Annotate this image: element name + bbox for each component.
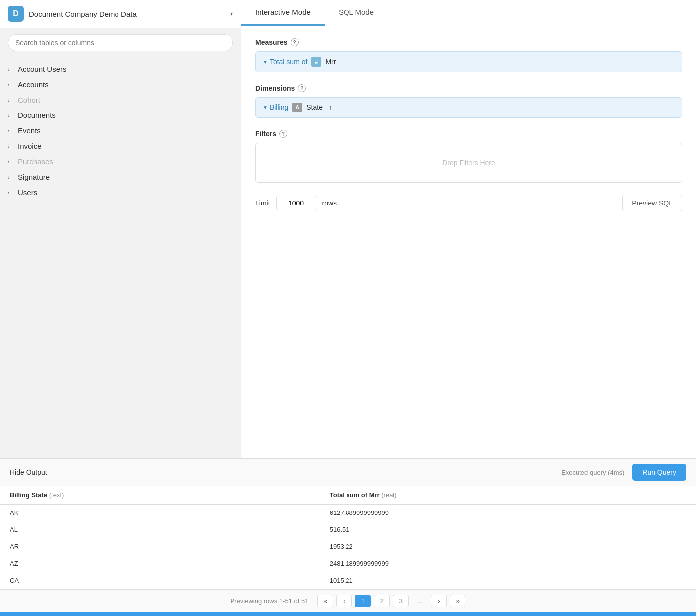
sidebar-item-label: Events xyxy=(18,126,41,135)
results-tbody: AK 6127.889999999999 AL 516.51 AR 1953.2… xyxy=(0,504,696,589)
dimensions-help-icon[interactable]: ? xyxy=(298,84,306,92)
table-row: AZ 2481.189999999999 xyxy=(0,555,696,572)
dimensions-pill-row: ▼ Billing A State ↑ xyxy=(255,97,682,118)
pagination-last-button[interactable]: » xyxy=(450,595,465,607)
chevron-right-icon: › xyxy=(8,97,14,103)
filters-help-icon[interactable]: ? xyxy=(279,130,287,138)
filters-section: Filters ? Drop Filters Here xyxy=(255,130,682,183)
sidebar-header: D Document Company Demo Data ▾ xyxy=(0,0,241,28)
sidebar-item-label: Invoice xyxy=(18,142,42,150)
sidebar-dropdown-arrow-icon[interactable]: ▾ xyxy=(230,10,233,17)
hide-output-button[interactable]: Hide Output xyxy=(10,468,47,476)
col-total-sum-mrr: Total sum of Mrr (real) xyxy=(320,486,696,504)
dimensions-field-value: State xyxy=(306,103,323,111)
table-row: AL 516.51 xyxy=(0,521,696,538)
sidebar-item-invoice[interactable]: › Invoice xyxy=(0,138,241,154)
search-input[interactable] xyxy=(8,34,233,51)
table-row: AR 1953.22 xyxy=(0,538,696,555)
dimensions-sort-icon[interactable]: ↑ xyxy=(329,103,332,111)
results-table-wrapper: Billing State (text) Total sum of Mrr (r… xyxy=(0,486,696,589)
pagination-next-button[interactable]: › xyxy=(431,595,447,607)
measures-dropdown[interactable]: ▼ Total sum of xyxy=(263,58,307,66)
dimensions-dropdown-label: Billing xyxy=(270,103,288,111)
cell-mrr: 1015.21 xyxy=(320,572,696,589)
pagination-prev-button[interactable]: ‹ xyxy=(336,595,352,607)
limit-label: Limit xyxy=(255,199,270,207)
pagination-bar: Previewing rows 1-51 of 51 « ‹ 1 2 3 ...… xyxy=(0,589,696,612)
sidebar-logo: D xyxy=(8,6,24,22)
col-billing-state: Billing State (text) xyxy=(0,486,320,504)
measures-field-value: Mrr xyxy=(325,58,336,66)
results-table: Billing State (text) Total sum of Mrr (r… xyxy=(0,486,696,589)
dimensions-dropdown-arrow-icon: ▼ xyxy=(263,105,268,110)
filters-placeholder: Drop Filters Here xyxy=(442,159,495,167)
tab-sql[interactable]: SQL Mode xyxy=(325,0,388,26)
sidebar-nav: › Account Users › Accounts › Cohort › Do… xyxy=(0,57,241,458)
sidebar-item-users[interactable]: › Users xyxy=(0,185,241,200)
query-builder: Measures ? ▼ Total sum of # Mrr xyxy=(241,26,696,458)
exec-info: Executed query (4ms) xyxy=(561,469,624,476)
run-query-button[interactable]: Run Query xyxy=(632,464,686,481)
sidebar-item-label: Documents xyxy=(18,111,56,119)
pagination-first-button[interactable]: « xyxy=(317,595,333,607)
chevron-right-icon: › xyxy=(8,82,14,88)
sidebar-item-cohort: › Cohort xyxy=(0,92,241,107)
cell-mrr: 516.51 xyxy=(320,521,696,538)
sidebar-item-documents[interactable]: › Documents xyxy=(0,107,241,123)
cell-state: CA xyxy=(0,572,320,589)
pagination-page-2-button[interactable]: 2 xyxy=(374,595,390,607)
pagination-page-3-button[interactable]: 3 xyxy=(393,595,409,607)
sidebar-item-accounts[interactable]: › Accounts xyxy=(0,77,241,92)
measures-label: Measures ? xyxy=(255,38,682,46)
measures-pill-row: ▼ Total sum of # Mrr xyxy=(255,51,682,72)
measures-section: Measures ? ▼ Total sum of # Mrr xyxy=(255,38,682,72)
table-row: CA 1015.21 xyxy=(0,572,696,589)
sidebar-item-signature[interactable]: › Signature xyxy=(0,169,241,185)
cell-mrr: 1953.22 xyxy=(320,538,696,555)
pagination-ellipsis: ... xyxy=(412,595,428,607)
measures-dropdown-arrow-icon: ▼ xyxy=(263,59,268,65)
main-area: D Document Company Demo Data ▾ › Account… xyxy=(0,0,696,458)
chevron-right-icon: › xyxy=(8,143,14,149)
chevron-right-icon: › xyxy=(8,190,14,196)
sidebar: D Document Company Demo Data ▾ › Account… xyxy=(0,0,241,458)
dimensions-label: Dimensions ? xyxy=(255,84,682,92)
limit-input[interactable] xyxy=(276,196,316,210)
limit-row: Limit rows Preview SQL xyxy=(255,195,682,211)
preview-sql-button[interactable]: Preview SQL xyxy=(622,195,682,211)
sidebar-title: Document Company Demo Data xyxy=(29,10,225,18)
sidebar-item-purchases: › Purchases xyxy=(0,154,241,169)
pagination-page-1-button[interactable]: 1 xyxy=(355,595,371,607)
chevron-right-icon: › xyxy=(8,66,14,72)
search-container xyxy=(0,28,241,57)
measures-help-icon[interactable]: ? xyxy=(291,38,299,46)
cell-state: AZ xyxy=(0,555,320,572)
sidebar-item-account-users[interactable]: › Account Users xyxy=(0,61,241,77)
app-container: D Document Company Demo Data ▾ › Account… xyxy=(0,0,696,616)
sidebar-item-events[interactable]: › Events xyxy=(0,123,241,138)
cell-state: AR xyxy=(0,538,320,555)
measures-type-icon: # xyxy=(311,57,321,67)
rows-label: rows xyxy=(322,199,337,207)
pagination-info: Previewing rows 1-51 of 51 xyxy=(231,597,309,605)
logo-letter: D xyxy=(13,9,19,18)
bottom-bar xyxy=(0,612,696,616)
cell-mrr: 2481.189999999999 xyxy=(320,555,696,572)
chevron-right-icon: › xyxy=(8,112,14,118)
tab-interactive[interactable]: Interactive Mode xyxy=(241,0,325,26)
table-row: AK 6127.889999999999 xyxy=(0,504,696,521)
output-toolbar: Hide Output Executed query (4ms) Run Que… xyxy=(0,459,696,486)
dimensions-section: Dimensions ? ▼ Billing A State ↑ xyxy=(255,84,682,118)
filters-label: Filters ? xyxy=(255,130,682,138)
cell-state: AK xyxy=(0,504,320,521)
sidebar-item-label: Accounts xyxy=(18,80,49,89)
dimensions-dropdown[interactable]: ▼ Billing xyxy=(263,103,288,111)
dimensions-type-icon: A xyxy=(292,103,302,112)
sidebar-item-label: Cohort xyxy=(18,96,40,104)
filters-drop-zone[interactable]: Drop Filters Here xyxy=(255,143,682,183)
sidebar-item-label: Signature xyxy=(18,173,50,181)
sidebar-item-label: Purchases xyxy=(18,157,53,166)
right-panel: Interactive Mode SQL Mode Measures ? ▼ T… xyxy=(241,0,696,458)
cell-mrr: 6127.889999999999 xyxy=(320,504,696,521)
chevron-right-icon: › xyxy=(8,159,14,165)
